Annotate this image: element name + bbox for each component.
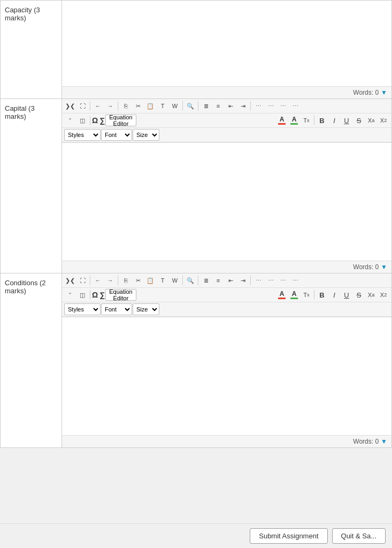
cut-btn[interactable]: ✂ [132, 100, 144, 112]
capital-toolbar-row3: Styles Font Size [62, 128, 391, 142]
capacity-editor[interactable] [62, 1, 391, 86]
cond-indent-less-btn[interactable]: ⇤ [225, 275, 236, 286]
cond-bold-btn[interactable]: B [316, 289, 328, 301]
align-center-btn[interactable]: ⋯ [265, 100, 276, 112]
conditions-toolbar-row3: Styles Font Size [62, 302, 391, 317]
sep1 [90, 101, 90, 111]
list-ordered-btn[interactable]: ≡ [212, 100, 224, 112]
equation-editor-label: EquationEditor [109, 114, 132, 127]
csep5 [250, 276, 251, 285]
capital-editor[interactable] [62, 143, 391, 261]
list-unordered-btn[interactable]: ≣ [200, 100, 212, 112]
cond-align-left-btn[interactable]: ⋯ [252, 275, 264, 286]
conditions-toolbar-row1: ❯❮ ⛶ ← → ⎘ ✂ 📋 T W 🔍 [62, 273, 391, 288]
cond-paste-btn[interactable]: 📋 [144, 275, 156, 286]
main-content: Capacity (3 marks) Words: 0 ▼ Capital (3… [0, 0, 392, 475]
font-select[interactable]: Font [101, 129, 132, 141]
remove-format-btn[interactable]: Tx [301, 115, 312, 126]
find-btn[interactable]: 🔍 [185, 100, 196, 112]
conditions-toolbar: ❯❮ ⛶ ← → ⎘ ✂ 📋 T W 🔍 [62, 273, 391, 317]
source-btn[interactable]: ❯❮ [64, 100, 76, 112]
capital-words-bar: Words: 0 ▼ [62, 261, 391, 273]
font-color-btn[interactable]: A [276, 115, 288, 126]
cond-align-right-btn[interactable]: ⋯ [277, 275, 289, 286]
cond-remove-format-btn[interactable]: Tx [301, 289, 312, 301]
cond-font-bg-color-bar [290, 298, 298, 299]
bold-btn[interactable]: B [316, 115, 328, 126]
cond-table-btn[interactable]: ◫ [76, 289, 88, 301]
paste-text-btn[interactable]: T [157, 100, 168, 112]
cond-redo-btn[interactable]: → [104, 275, 116, 286]
styles-select[interactable]: Styles [64, 129, 101, 141]
cond-align-justify-btn[interactable]: ⋯ [289, 275, 301, 286]
cond-undo-btn[interactable]: ← [92, 275, 104, 286]
redo-btn[interactable]: → [104, 100, 116, 112]
cond-equation-editor-btn[interactable]: EquationEditor [105, 289, 136, 301]
cond-paste-text-btn[interactable]: T [157, 275, 168, 286]
cond-cut-btn[interactable]: ✂ [132, 275, 144, 286]
csep4 [198, 276, 198, 285]
align-justify-btn[interactable]: ⋯ [289, 100, 301, 112]
sep2 [118, 101, 118, 111]
align-right-btn[interactable]: ⋯ [277, 100, 289, 112]
sigma-symbol: ∑ [99, 117, 105, 124]
cond-underline-btn[interactable]: U [341, 289, 352, 301]
cond-sigma-symbol: ∑ [99, 291, 105, 299]
align-left-btn[interactable]: ⋯ [252, 100, 264, 112]
quit-save-button[interactable]: Quit & Sa... [332, 528, 386, 544]
submit-assignment-button[interactable]: Submit Assignment [250, 528, 327, 544]
question-row-capital: Capital (3 marks) ❯❮ ⛶ ← → ⎘ [1, 99, 392, 273]
italic-btn[interactable]: I [328, 115, 340, 126]
paste-btn[interactable]: 📋 [144, 100, 156, 112]
cond-size-select[interactable]: Size [133, 303, 159, 315]
cond-copy-btn[interactable]: ⎘ [120, 275, 132, 286]
indent-more-btn[interactable]: ⇥ [237, 100, 249, 112]
size-select[interactable]: Size [133, 129, 159, 141]
indent-less-btn[interactable]: ⇤ [225, 100, 236, 112]
capital-expand-icon[interactable]: ▼ [381, 263, 387, 271]
cond-font-color-btn[interactable]: A [276, 289, 288, 301]
cond-superscript-btn[interactable]: X2 [378, 289, 389, 301]
capital-content: ❯❮ ⛶ ← → ⎘ ✂ 📋 T W 🔍 [62, 99, 392, 273]
undo-btn[interactable]: ← [92, 100, 104, 112]
cond-styles-select[interactable]: Styles [64, 303, 101, 315]
conditions-editor[interactable] [62, 317, 391, 435]
omega-symbol: Ω [92, 117, 98, 124]
paste-word-btn[interactable]: W [169, 100, 181, 112]
csep1 [90, 276, 90, 285]
cond-list-ordered-btn[interactable]: ≡ [212, 275, 224, 286]
strikethrough-btn[interactable]: S [353, 115, 365, 126]
cond-source-btn[interactable]: ❯❮ [64, 275, 76, 286]
cond-italic-btn[interactable]: I [328, 289, 340, 301]
conditions-expand-icon[interactable]: ▼ [381, 438, 387, 445]
cond-indent-more-btn[interactable]: ⇥ [237, 275, 249, 286]
capital-toolbar: ❯❮ ⛶ ← → ⎘ ✂ 📋 T W 🔍 [62, 99, 391, 143]
copy-btn[interactable]: ⎘ [120, 100, 132, 112]
cond-paste-word-btn[interactable]: W [169, 275, 181, 286]
cond-font-color-bar [278, 298, 286, 299]
capital-label: Capital (3 marks) [1, 99, 62, 273]
equation-editor-btn[interactable]: EquationEditor [105, 115, 136, 126]
cond-strikethrough-btn[interactable]: S [353, 289, 365, 301]
cond-align-center-btn[interactable]: ⋯ [265, 275, 276, 286]
underline-btn[interactable]: U [341, 115, 352, 126]
superscript-btn[interactable]: X2 [378, 115, 389, 126]
cond-fullscreen-btn[interactable]: ⛶ [76, 275, 88, 286]
csep7 [314, 290, 314, 300]
capacity-expand-icon[interactable]: ▼ [381, 89, 387, 96]
fullscreen-btn[interactable]: ⛶ [76, 100, 88, 112]
cond-subscript-btn[interactable]: Xa [365, 289, 377, 301]
cond-blockquote-btn[interactable]: “ [64, 289, 76, 301]
subscript-btn[interactable]: Xa [365, 115, 377, 126]
cond-list-unordered-btn[interactable]: ≣ [200, 275, 212, 286]
submit-bar: Submit Assignment Quit & Sa... [0, 523, 392, 548]
cond-find-btn[interactable]: 🔍 [185, 275, 196, 286]
table-btn[interactable]: ◫ [76, 115, 88, 126]
cond-font-select[interactable]: Font [101, 303, 132, 315]
font-bg-color-btn[interactable]: A [288, 115, 300, 126]
cond-font-bg-color-btn[interactable]: A [288, 289, 300, 301]
capital-toolbar-row1: ❯❮ ⛶ ← → ⎘ ✂ 📋 T W 🔍 [62, 99, 391, 113]
conditions-content: ❯❮ ⛶ ← → ⎘ ✂ 📋 T W 🔍 [62, 273, 392, 448]
sep7 [314, 116, 314, 125]
blockquote-btn[interactable]: “ [64, 115, 76, 126]
